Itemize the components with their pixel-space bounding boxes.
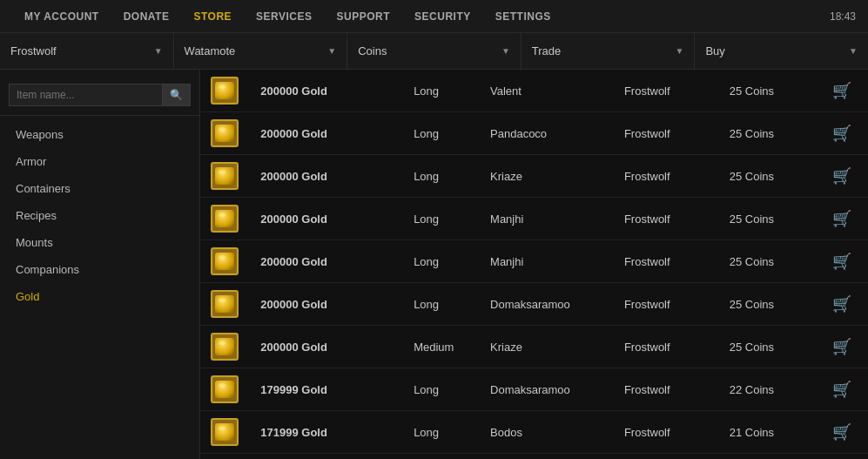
char-filter[interactable]: Watamote ▼ (174, 33, 348, 69)
nav-settings[interactable]: SETTINGS (483, 0, 563, 32)
item-duration: Long (405, 70, 481, 112)
item-price: 25 Coins (721, 240, 817, 283)
gold-icon-inner (215, 125, 234, 142)
sidebar-item-armor[interactable]: Armor (0, 148, 199, 175)
buy-filter-label: Buy (705, 44, 724, 57)
search-button[interactable]: 🔍 (163, 84, 191, 106)
item-price: 25 Coins (721, 283, 817, 326)
nav-donate[interactable]: DONATE (111, 0, 182, 32)
trade-filter[interactable]: Trade ▼ (521, 33, 696, 69)
char-filter-arrow: ▼ (327, 46, 336, 56)
item-icon-cell (200, 283, 252, 326)
gold-icon (211, 162, 239, 190)
sidebar-item-containers[interactable]: Containers (0, 175, 199, 202)
item-price: 25 Coins (721, 326, 817, 368)
item-seller: Valent (481, 70, 616, 112)
nav-services[interactable]: SERVICES (244, 0, 324, 32)
item-name: 200000 Gold (252, 198, 405, 240)
item-price: 25 Coins (721, 112, 817, 155)
gold-icon-inner (215, 210, 234, 227)
gold-icon-inner (215, 82, 234, 99)
add-to-cart-button[interactable]: 🛒 (827, 79, 857, 102)
gold-icon-inner (215, 381, 234, 398)
add-to-cart-button[interactable]: 🛒 (827, 378, 857, 401)
table-row: 200000 Gold Long Manjhi Frostwolf 25 Coi… (200, 240, 868, 283)
item-seller: Manjhi (481, 240, 616, 283)
realm-filter-label: Frostwolf (10, 44, 57, 57)
add-to-cart-button[interactable]: 🛒 (827, 335, 857, 358)
buy-cell: 🛒 (817, 70, 868, 112)
gold-icon-inner (215, 167, 234, 185)
sidebar-item-weapons[interactable]: Weapons (0, 121, 199, 148)
buy-cell: 🛒 (817, 112, 868, 155)
item-icon-cell (200, 454, 252, 460)
gold-icon-inner (215, 295, 234, 313)
realm-filter[interactable]: Frostwolf ▼ (0, 33, 174, 69)
item-realm: Frostwolf (616, 155, 721, 198)
item-price: 21 Coins (721, 411, 817, 454)
table-row: 200000 Gold Long Kriaze Frostwolf 25 Coi… (200, 155, 868, 198)
sidebar-item-mounts[interactable]: Mounts (0, 229, 199, 256)
nav-support[interactable]: SUPPORT (325, 0, 403, 32)
item-name: 200000 Gold (252, 283, 405, 326)
add-to-cart-button[interactable]: 🛒 (827, 122, 857, 145)
add-to-cart-button[interactable]: 🛒 (827, 250, 857, 273)
item-duration: Long (405, 368, 481, 411)
add-to-cart-button[interactable]: 🛒 (827, 293, 857, 315)
add-to-cart-button[interactable]: 🛒 (827, 207, 857, 230)
item-realm: Frostwolf (616, 411, 721, 454)
item-name: 171999 Gold (252, 454, 405, 460)
item-price: 25 Coins (721, 198, 817, 240)
buy-filter[interactable]: Buy ▼ (695, 33, 868, 69)
item-seller: Kriaze (481, 326, 616, 368)
item-realm: Frostwolf (616, 70, 721, 112)
sidebar-item-recipes[interactable]: Recipes (0, 202, 199, 229)
item-realm: Frostwolf (616, 198, 721, 240)
buy-cell: 🛒 (817, 283, 868, 326)
item-seller: Domaksaramoo (481, 368, 616, 411)
item-duration: Medium (405, 326, 481, 368)
nav-store[interactable]: STORE (181, 0, 244, 32)
item-seller: Bodos (481, 454, 616, 460)
sidebar: 🔍 Weapons Armor Containers Recipes Mount… (0, 70, 200, 459)
add-to-cart-button[interactable]: 🛒 (827, 421, 857, 443)
gold-icon (211, 205, 239, 233)
nav-security[interactable]: SECURITY (402, 0, 483, 32)
clock: 18:43 (830, 10, 856, 23)
table-row: 171999 Gold Long Bodos Frostwolf 21 Coin… (200, 411, 868, 454)
currency-filter-label: Coins (358, 44, 387, 57)
item-icon-cell (200, 326, 252, 368)
search-input[interactable] (9, 84, 163, 106)
item-price: 21 Coins (721, 454, 817, 460)
item-price: 25 Coins (721, 70, 817, 112)
buy-cell: 🛒 (817, 326, 868, 368)
buy-cell: 🛒 (817, 454, 868, 460)
item-duration: Long (405, 198, 481, 240)
buy-filter-arrow: ▼ (849, 46, 858, 56)
item-realm: Frostwolf (616, 283, 721, 326)
item-duration: Long (405, 240, 481, 283)
buy-cell: 🛒 (817, 198, 868, 240)
item-price: 22 Coins (721, 368, 817, 411)
item-realm: Frostwolf (616, 454, 721, 460)
trade-filter-arrow: ▼ (675, 46, 683, 56)
sidebar-item-companions[interactable]: Companions (0, 256, 199, 283)
table-row: 200000 Gold Medium Kriaze Frostwolf 25 C… (200, 326, 868, 368)
realm-filter-arrow: ▼ (154, 46, 163, 56)
item-seller: Bodos (481, 411, 616, 454)
item-duration: Long (405, 411, 481, 454)
sidebar-item-gold[interactable]: Gold (0, 283, 199, 310)
table-row: 179999 Gold Long Domaksaramoo Frostwolf … (200, 368, 868, 411)
nav-my-account[interactable]: MY ACCOUNT (12, 0, 111, 32)
item-seller: Manjhi (481, 198, 616, 240)
item-table: 200000 Gold Long Valent Frostwolf 25 Coi… (200, 70, 868, 459)
gold-icon (211, 247, 239, 275)
currency-filter[interactable]: Coins ▼ (347, 33, 521, 69)
item-name: 200000 Gold (252, 112, 405, 155)
item-name: 200000 Gold (252, 70, 405, 112)
char-filter-label: Watamote (185, 44, 236, 57)
item-price: 25 Coins (721, 155, 817, 198)
add-to-cart-button[interactable]: 🛒 (827, 165, 857, 187)
gold-icon-inner (215, 423, 234, 441)
item-name: 200000 Gold (252, 326, 405, 368)
